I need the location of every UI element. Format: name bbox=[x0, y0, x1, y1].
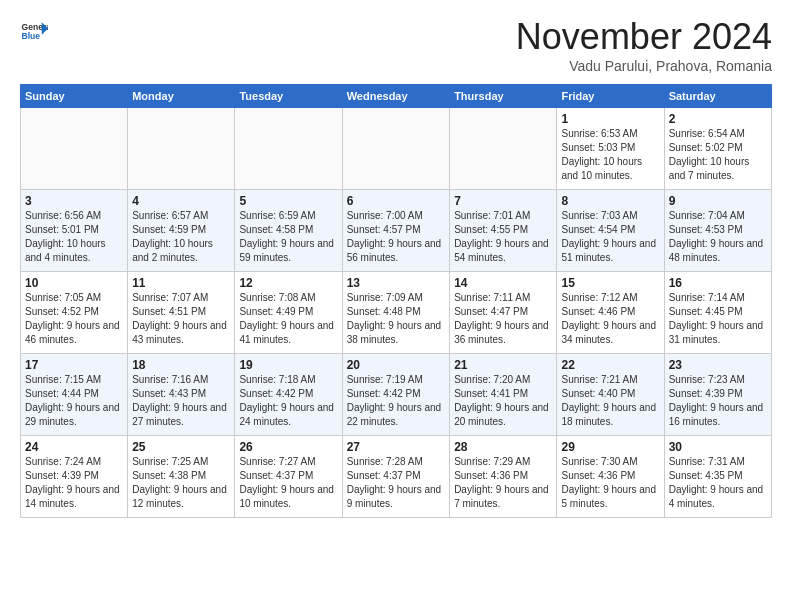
day-info: Sunrise: 7:00 AM Sunset: 4:57 PM Dayligh… bbox=[347, 209, 445, 265]
day-number: 23 bbox=[669, 358, 767, 372]
day-number: 6 bbox=[347, 194, 445, 208]
calendar-week-row: 3Sunrise: 6:56 AM Sunset: 5:01 PM Daylig… bbox=[21, 190, 772, 272]
day-info: Sunrise: 7:14 AM Sunset: 4:45 PM Dayligh… bbox=[669, 291, 767, 347]
day-info: Sunrise: 7:27 AM Sunset: 4:37 PM Dayligh… bbox=[239, 455, 337, 511]
day-info: Sunrise: 7:31 AM Sunset: 4:35 PM Dayligh… bbox=[669, 455, 767, 511]
title-block: November 2024 Vadu Parului, Prahova, Rom… bbox=[516, 16, 772, 74]
page-header: General Blue November 2024 Vadu Parului,… bbox=[20, 16, 772, 74]
day-number: 16 bbox=[669, 276, 767, 290]
table-row: 21Sunrise: 7:20 AM Sunset: 4:41 PM Dayli… bbox=[450, 354, 557, 436]
table-row: 5Sunrise: 6:59 AM Sunset: 4:58 PM Daylig… bbox=[235, 190, 342, 272]
table-row: 27Sunrise: 7:28 AM Sunset: 4:37 PM Dayli… bbox=[342, 436, 449, 518]
day-number: 10 bbox=[25, 276, 123, 290]
calendar-week-row: 17Sunrise: 7:15 AM Sunset: 4:44 PM Dayli… bbox=[21, 354, 772, 436]
day-number: 15 bbox=[561, 276, 659, 290]
day-info: Sunrise: 7:16 AM Sunset: 4:43 PM Dayligh… bbox=[132, 373, 230, 429]
day-number: 8 bbox=[561, 194, 659, 208]
day-info: Sunrise: 7:29 AM Sunset: 4:36 PM Dayligh… bbox=[454, 455, 552, 511]
day-number: 9 bbox=[669, 194, 767, 208]
day-info: Sunrise: 7:09 AM Sunset: 4:48 PM Dayligh… bbox=[347, 291, 445, 347]
day-info: Sunrise: 7:23 AM Sunset: 4:39 PM Dayligh… bbox=[669, 373, 767, 429]
col-tuesday: Tuesday bbox=[235, 85, 342, 108]
day-info: Sunrise: 7:21 AM Sunset: 4:40 PM Dayligh… bbox=[561, 373, 659, 429]
logo-icon: General Blue bbox=[20, 16, 48, 44]
table-row: 18Sunrise: 7:16 AM Sunset: 4:43 PM Dayli… bbox=[128, 354, 235, 436]
day-info: Sunrise: 6:56 AM Sunset: 5:01 PM Dayligh… bbox=[25, 209, 123, 265]
day-number: 5 bbox=[239, 194, 337, 208]
col-monday: Monday bbox=[128, 85, 235, 108]
day-info: Sunrise: 7:30 AM Sunset: 4:36 PM Dayligh… bbox=[561, 455, 659, 511]
day-info: Sunrise: 7:04 AM Sunset: 4:53 PM Dayligh… bbox=[669, 209, 767, 265]
table-row: 8Sunrise: 7:03 AM Sunset: 4:54 PM Daylig… bbox=[557, 190, 664, 272]
table-row: 22Sunrise: 7:21 AM Sunset: 4:40 PM Dayli… bbox=[557, 354, 664, 436]
table-row: 30Sunrise: 7:31 AM Sunset: 4:35 PM Dayli… bbox=[664, 436, 771, 518]
svg-text:Blue: Blue bbox=[22, 31, 41, 41]
col-wednesday: Wednesday bbox=[342, 85, 449, 108]
table-row: 16Sunrise: 7:14 AM Sunset: 4:45 PM Dayli… bbox=[664, 272, 771, 354]
day-number: 19 bbox=[239, 358, 337, 372]
table-row: 25Sunrise: 7:25 AM Sunset: 4:38 PM Dayli… bbox=[128, 436, 235, 518]
table-row bbox=[128, 108, 235, 190]
table-row: 9Sunrise: 7:04 AM Sunset: 4:53 PM Daylig… bbox=[664, 190, 771, 272]
day-info: Sunrise: 7:11 AM Sunset: 4:47 PM Dayligh… bbox=[454, 291, 552, 347]
table-row: 10Sunrise: 7:05 AM Sunset: 4:52 PM Dayli… bbox=[21, 272, 128, 354]
table-row: 20Sunrise: 7:19 AM Sunset: 4:42 PM Dayli… bbox=[342, 354, 449, 436]
day-number: 2 bbox=[669, 112, 767, 126]
month-title: November 2024 bbox=[516, 16, 772, 58]
day-number: 13 bbox=[347, 276, 445, 290]
day-info: Sunrise: 7:03 AM Sunset: 4:54 PM Dayligh… bbox=[561, 209, 659, 265]
day-number: 26 bbox=[239, 440, 337, 454]
table-row: 7Sunrise: 7:01 AM Sunset: 4:55 PM Daylig… bbox=[450, 190, 557, 272]
calendar-week-row: 24Sunrise: 7:24 AM Sunset: 4:39 PM Dayli… bbox=[21, 436, 772, 518]
table-row: 29Sunrise: 7:30 AM Sunset: 4:36 PM Dayli… bbox=[557, 436, 664, 518]
day-number: 22 bbox=[561, 358, 659, 372]
table-row: 3Sunrise: 6:56 AM Sunset: 5:01 PM Daylig… bbox=[21, 190, 128, 272]
table-row: 4Sunrise: 6:57 AM Sunset: 4:59 PM Daylig… bbox=[128, 190, 235, 272]
day-info: Sunrise: 7:05 AM Sunset: 4:52 PM Dayligh… bbox=[25, 291, 123, 347]
day-number: 30 bbox=[669, 440, 767, 454]
day-number: 21 bbox=[454, 358, 552, 372]
col-thursday: Thursday bbox=[450, 85, 557, 108]
table-row: 6Sunrise: 7:00 AM Sunset: 4:57 PM Daylig… bbox=[342, 190, 449, 272]
location-subtitle: Vadu Parului, Prahova, Romania bbox=[516, 58, 772, 74]
day-info: Sunrise: 7:01 AM Sunset: 4:55 PM Dayligh… bbox=[454, 209, 552, 265]
day-number: 27 bbox=[347, 440, 445, 454]
table-row: 15Sunrise: 7:12 AM Sunset: 4:46 PM Dayli… bbox=[557, 272, 664, 354]
day-info: Sunrise: 7:20 AM Sunset: 4:41 PM Dayligh… bbox=[454, 373, 552, 429]
table-row: 28Sunrise: 7:29 AM Sunset: 4:36 PM Dayli… bbox=[450, 436, 557, 518]
day-number: 17 bbox=[25, 358, 123, 372]
table-row: 26Sunrise: 7:27 AM Sunset: 4:37 PM Dayli… bbox=[235, 436, 342, 518]
day-number: 29 bbox=[561, 440, 659, 454]
day-info: Sunrise: 6:57 AM Sunset: 4:59 PM Dayligh… bbox=[132, 209, 230, 265]
table-row: 12Sunrise: 7:08 AM Sunset: 4:49 PM Dayli… bbox=[235, 272, 342, 354]
logo: General Blue bbox=[20, 16, 48, 44]
table-row: 2Sunrise: 6:54 AM Sunset: 5:02 PM Daylig… bbox=[664, 108, 771, 190]
col-saturday: Saturday bbox=[664, 85, 771, 108]
table-row bbox=[21, 108, 128, 190]
day-info: Sunrise: 7:25 AM Sunset: 4:38 PM Dayligh… bbox=[132, 455, 230, 511]
table-row bbox=[342, 108, 449, 190]
day-info: Sunrise: 6:59 AM Sunset: 4:58 PM Dayligh… bbox=[239, 209, 337, 265]
day-number: 20 bbox=[347, 358, 445, 372]
calendar-week-row: 1Sunrise: 6:53 AM Sunset: 5:03 PM Daylig… bbox=[21, 108, 772, 190]
day-number: 18 bbox=[132, 358, 230, 372]
table-row: 13Sunrise: 7:09 AM Sunset: 4:48 PM Dayli… bbox=[342, 272, 449, 354]
day-info: Sunrise: 6:53 AM Sunset: 5:03 PM Dayligh… bbox=[561, 127, 659, 183]
day-number: 24 bbox=[25, 440, 123, 454]
table-row bbox=[235, 108, 342, 190]
col-sunday: Sunday bbox=[21, 85, 128, 108]
day-info: Sunrise: 7:24 AM Sunset: 4:39 PM Dayligh… bbox=[25, 455, 123, 511]
day-number: 7 bbox=[454, 194, 552, 208]
calendar-week-row: 10Sunrise: 7:05 AM Sunset: 4:52 PM Dayli… bbox=[21, 272, 772, 354]
day-number: 28 bbox=[454, 440, 552, 454]
day-info: Sunrise: 7:15 AM Sunset: 4:44 PM Dayligh… bbox=[25, 373, 123, 429]
table-row: 17Sunrise: 7:15 AM Sunset: 4:44 PM Dayli… bbox=[21, 354, 128, 436]
calendar-table: Sunday Monday Tuesday Wednesday Thursday… bbox=[20, 84, 772, 518]
col-friday: Friday bbox=[557, 85, 664, 108]
day-info: Sunrise: 7:18 AM Sunset: 4:42 PM Dayligh… bbox=[239, 373, 337, 429]
day-number: 11 bbox=[132, 276, 230, 290]
table-row: 14Sunrise: 7:11 AM Sunset: 4:47 PM Dayli… bbox=[450, 272, 557, 354]
day-number: 12 bbox=[239, 276, 337, 290]
table-row: 1Sunrise: 6:53 AM Sunset: 5:03 PM Daylig… bbox=[557, 108, 664, 190]
day-number: 25 bbox=[132, 440, 230, 454]
